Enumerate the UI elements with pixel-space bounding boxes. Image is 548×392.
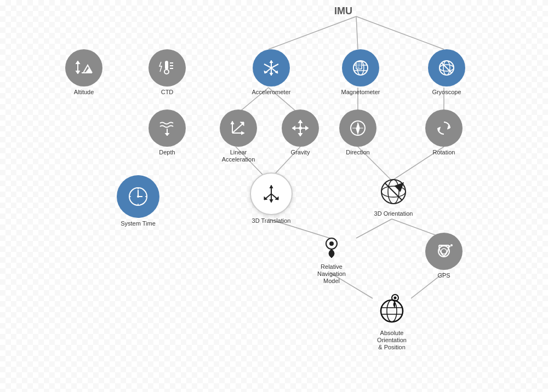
- node-rotation[interactable]: Rotation: [422, 109, 466, 156]
- node-3d-translation-label: 3D Translation: [252, 217, 291, 224]
- node-altitude-label: Altitude: [74, 89, 94, 96]
- node-gyroscope[interactable]: Gryoscope: [422, 49, 471, 96]
- node-linear-acceleration-label: LinearAcceleration: [222, 149, 255, 163]
- node-system-time-label: System Time: [121, 220, 156, 227]
- node-linear-acceleration[interactable]: LinearAcceleration: [214, 109, 263, 163]
- node-gps-label: GPS: [437, 272, 450, 279]
- node-3d-orientation-label: 3D Orientation: [374, 210, 413, 217]
- node-accelerometer-label: Accelerometer: [252, 89, 291, 96]
- node-relative-nav[interactable]: RelativeNavigationModel: [307, 233, 356, 285]
- node-3d-translation[interactable]: 3D Translation: [247, 172, 296, 224]
- node-ctd[interactable]: CTD: [145, 49, 189, 96]
- node-magnetometer-label: Magnetometer: [341, 89, 380, 96]
- node-system-time[interactable]: System Time: [113, 175, 163, 227]
- node-absolute-orientation[interactable]: AbsoluteOrientation& Position: [362, 290, 422, 351]
- svg-point-48: [299, 126, 302, 130]
- svg-rect-18: [165, 61, 168, 70]
- svg-line-14: [356, 16, 358, 49]
- node-relative-nav-label: RelativeNavigationModel: [317, 263, 346, 285]
- svg-point-74: [450, 244, 453, 246]
- node-gyroscope-label: Gryoscope: [432, 89, 461, 96]
- node-direction-label: Direction: [346, 149, 369, 156]
- svg-point-76: [387, 300, 397, 322]
- imu-title: IMU: [334, 5, 352, 17]
- svg-line-15: [356, 16, 444, 49]
- svg-point-20: [165, 70, 168, 73]
- svg-line-29: [271, 64, 278, 68]
- svg-point-80: [394, 297, 397, 299]
- node-depth-label: Depth: [159, 149, 175, 156]
- node-magnetometer[interactable]: Magnetometer: [336, 49, 385, 96]
- node-accelerometer[interactable]: Accelerometer: [247, 49, 296, 96]
- node-gravity-label: Gravity: [291, 149, 310, 156]
- svg-line-28: [264, 64, 271, 68]
- node-absolute-orientation-label: AbsoluteOrientation& Position: [377, 330, 407, 351]
- node-altitude[interactable]: Altitude: [62, 49, 106, 96]
- node-3d-orientation[interactable]: 3D Orientation: [366, 175, 421, 217]
- svg-line-9: [356, 219, 392, 238]
- svg-point-69: [329, 241, 334, 246]
- svg-point-73: [448, 245, 450, 247]
- node-rotation-label: Rotation: [433, 149, 455, 156]
- node-depth[interactable]: Depth: [145, 109, 189, 156]
- svg-line-13: [269, 16, 356, 49]
- node-gravity[interactable]: Gravity: [278, 109, 322, 156]
- svg-point-75: [381, 300, 403, 322]
- node-gps[interactable]: GPS: [422, 233, 466, 279]
- svg-point-71: [441, 249, 447, 254]
- node-ctd-label: CTD: [161, 89, 174, 96]
- node-direction[interactable]: Direction: [336, 109, 380, 156]
